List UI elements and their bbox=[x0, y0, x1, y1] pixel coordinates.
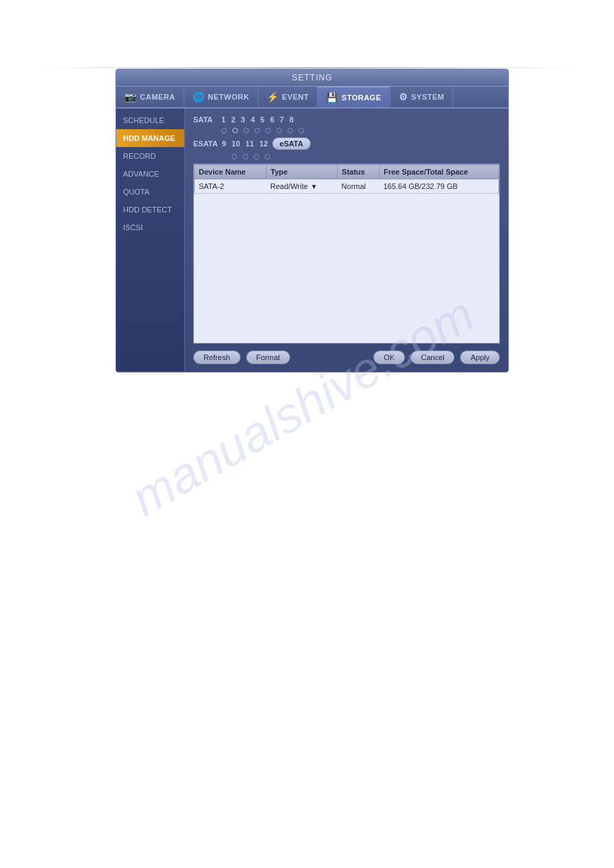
hdd-table-wrapper: Device Name Type Status Free Space/Total… bbox=[193, 164, 500, 344]
sata-num-7[interactable]: 7 bbox=[280, 115, 284, 124]
esata-numbers: 9 10 11 12 bbox=[222, 140, 268, 148]
sata-indicators-row bbox=[193, 128, 500, 133]
sidebar-item-iscsi[interactable]: ISCSI bbox=[116, 219, 184, 236]
esata-row: ESATA 9 10 11 12 eSATA bbox=[193, 137, 500, 150]
sata-dot-3 bbox=[243, 128, 249, 133]
tab-camera[interactable]: 📷 CAMERA bbox=[116, 87, 184, 107]
footer-left: Refresh Format bbox=[193, 350, 290, 364]
sata-num-6[interactable]: 6 bbox=[270, 115, 274, 124]
tab-bar: 📷 CAMERA 🌐 NETWORK ⚡ EVENT 💾 STORAGE ⚙ S… bbox=[116, 87, 508, 109]
table-row: SATA-2 Read/Write ▼ Normal 165.64 GB/232… bbox=[195, 179, 499, 194]
col-type: Type bbox=[266, 165, 338, 179]
sidebar-item-quota[interactable]: QUOTA bbox=[116, 183, 184, 201]
esata-dot-11 bbox=[254, 154, 259, 159]
sidebar-item-advance[interactable]: ADVANCE bbox=[116, 165, 184, 183]
system-icon: ⚙ bbox=[399, 91, 408, 102]
col-space: Free Space/Total Space bbox=[379, 165, 498, 179]
footer-buttons: Refresh Format OK Cancel Apply bbox=[193, 348, 500, 364]
tab-event-label: EVENT bbox=[282, 93, 309, 101]
esata-dot-9 bbox=[232, 154, 237, 159]
cell-status: Normal bbox=[338, 179, 380, 194]
tab-network[interactable]: 🌐 NETWORK bbox=[184, 87, 259, 107]
cell-device-name: SATA-2 bbox=[195, 179, 267, 194]
sidebar-item-record[interactable]: RECORD bbox=[116, 147, 184, 165]
sata-dot-1 bbox=[221, 128, 227, 133]
sata-dot-7 bbox=[287, 128, 293, 133]
format-button[interactable]: Format bbox=[246, 350, 291, 364]
tab-event[interactable]: ⚡ EVENT bbox=[259, 87, 318, 107]
esata-label: ESATA bbox=[193, 140, 218, 148]
sidebar-item-schedule[interactable]: SCHEDULE bbox=[116, 111, 184, 129]
col-status: Status bbox=[338, 165, 380, 179]
esata-num-10[interactable]: 10 bbox=[232, 140, 240, 148]
tab-system[interactable]: ⚙ SYSTEM bbox=[391, 87, 454, 107]
sata-label: SATA bbox=[193, 115, 217, 124]
ok-button[interactable]: OK bbox=[373, 350, 405, 364]
sata-num-4[interactable]: 4 bbox=[250, 115, 254, 124]
sata-dot-4 bbox=[254, 128, 260, 133]
sata-num-8[interactable]: 8 bbox=[289, 115, 294, 124]
sata-num-2[interactable]: 2 bbox=[231, 115, 235, 124]
sata-row: SATA 1 2 3 4 5 6 7 8 bbox=[193, 115, 500, 124]
title-bar: SETTING bbox=[116, 69, 508, 87]
tab-storage-label: STORAGE bbox=[342, 93, 382, 102]
esata-num-11[interactable]: 11 bbox=[245, 140, 254, 148]
cancel-button[interactable]: Cancel bbox=[410, 350, 454, 364]
sata-dots bbox=[221, 128, 304, 133]
esata-button[interactable]: eSATA bbox=[272, 137, 311, 150]
esata-dot-12 bbox=[265, 154, 270, 159]
footer-right: OK Cancel Apply bbox=[373, 350, 500, 364]
tab-network-label: NETWORK bbox=[208, 93, 249, 101]
esata-indicators-row bbox=[193, 154, 500, 159]
hdd-table: Device Name Type Status Free Space/Total… bbox=[194, 164, 499, 194]
main-window: SETTING 📷 CAMERA 🌐 NETWORK ⚡ EVENT 💾 STO… bbox=[116, 69, 509, 372]
sata-dot-5 bbox=[265, 128, 271, 133]
tab-system-label: SYSTEM bbox=[411, 93, 444, 101]
sidebar: SCHEDULE HDD MANAGE RECORD ADVANCE QUOTA… bbox=[116, 109, 185, 371]
camera-icon: 📷 bbox=[124, 91, 137, 102]
window-title: SETTING bbox=[292, 73, 332, 82]
content-area: SCHEDULE HDD MANAGE RECORD ADVANCE QUOTA… bbox=[116, 109, 508, 371]
apply-button[interactable]: Apply bbox=[460, 350, 500, 364]
col-device-name: Device Name bbox=[195, 165, 267, 179]
esata-num-12[interactable]: 12 bbox=[259, 140, 267, 148]
sata-num-3[interactable]: 3 bbox=[241, 115, 245, 124]
refresh-button[interactable]: Refresh bbox=[193, 350, 241, 364]
storage-icon: 💾 bbox=[326, 92, 338, 103]
sata-dot-6 bbox=[276, 128, 282, 133]
sata-dot-2 bbox=[232, 128, 238, 133]
main-panel: SATA 1 2 3 4 5 6 7 8 bbox=[185, 109, 508, 371]
sata-num-1[interactable]: 1 bbox=[221, 115, 226, 124]
sidebar-item-hdd-manage[interactable]: HDD MANAGE bbox=[116, 129, 184, 147]
network-icon: 🌐 bbox=[193, 91, 205, 102]
esata-dot-10 bbox=[243, 154, 248, 159]
cell-type-value: Read/Write bbox=[270, 182, 308, 190]
tab-storage[interactable]: 💾 STORAGE bbox=[318, 87, 390, 107]
esata-num-9[interactable]: 9 bbox=[222, 140, 226, 148]
tab-camera-label: CAMERA bbox=[140, 93, 175, 101]
sata-num-5[interactable]: 5 bbox=[261, 115, 265, 124]
sata-dot-8 bbox=[298, 128, 304, 133]
cell-free-total: 165.64 GB/232.79 GB bbox=[379, 179, 498, 194]
sata-numbers: 1 2 3 4 5 6 7 8 bbox=[221, 115, 294, 124]
type-dropdown-icon[interactable]: ▼ bbox=[311, 183, 318, 190]
divider bbox=[34, 67, 580, 68]
sidebar-item-hdd-detect[interactable]: HDD DETECT bbox=[116, 201, 184, 219]
event-icon: ⚡ bbox=[267, 91, 279, 102]
cell-type: Read/Write ▼ bbox=[266, 179, 338, 194]
